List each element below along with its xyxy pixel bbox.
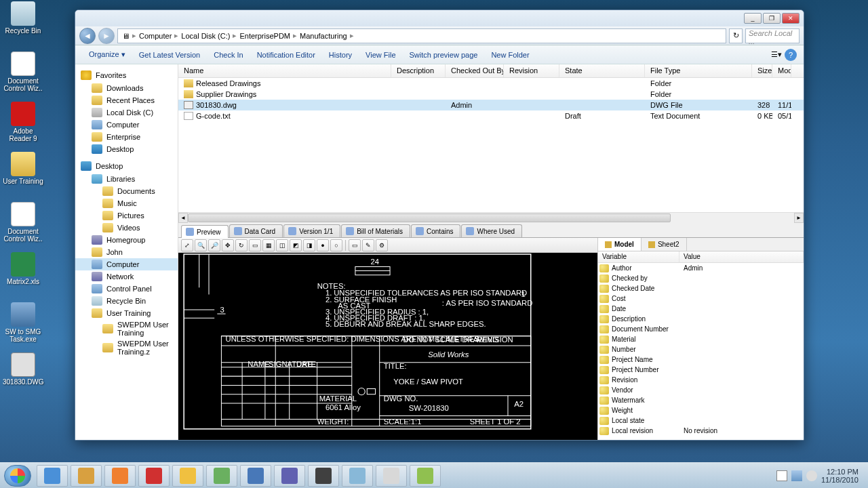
vars-col-variable[interactable]: Variable: [598, 251, 679, 262]
variable-row[interactable]: Document Number: [598, 324, 804, 334]
vars-tab-sheet2[interactable]: Sheet2: [642, 238, 687, 251]
tab-bill-of-materials[interactable]: Bill of Materials: [341, 224, 410, 237]
taskbar-app-button[interactable]: [240, 465, 271, 487]
taskbar-app-button[interactable]: [71, 465, 102, 487]
column-header[interactable]: Name: [178, 64, 391, 77]
desktop-icon-user-training[interactable]: User Training: [3, 152, 43, 192]
nav-item[interactable]: Computer: [75, 258, 178, 270]
column-header[interactable]: Size: [752, 64, 772, 77]
tray-volume-icon[interactable]: [806, 470, 817, 481]
taskbar-app-button[interactable]: [206, 465, 237, 487]
nav-item[interactable]: Music: [75, 197, 178, 209]
variable-row[interactable]: Project Name: [598, 354, 804, 365]
nav-item[interactable]: Control Panel: [75, 283, 178, 295]
dwg-tool-button[interactable]: ▭: [249, 239, 261, 251]
file-list[interactable]: NameDescriptionChecked Out ByRevisionSta…: [178, 64, 804, 212]
dwg-tool-button[interactable]: ⚙: [376, 239, 388, 251]
dwg-tool-button[interactable]: ◫: [276, 239, 288, 251]
nav-item[interactable]: Computer: [75, 119, 178, 131]
taskbar-app-button[interactable]: [308, 465, 339, 487]
variable-row[interactable]: AuthorAdmin: [598, 263, 804, 273]
nav-item[interactable]: Homegroup: [75, 234, 178, 246]
toolbar-get-latest-version[interactable]: Get Latest Version: [132, 48, 208, 62]
system-tray[interactable]: 12:10 PM 11/18/2010: [776, 468, 864, 484]
variable-row[interactable]: Project Number: [598, 365, 804, 375]
toolbar-switch-preview-page[interactable]: Switch preview page: [403, 48, 485, 62]
toolbar-check-in[interactable]: Check In: [207, 48, 250, 62]
dwg-tool-button[interactable]: ▭: [349, 239, 361, 251]
vars-tab-model[interactable]: Model: [598, 238, 642, 251]
column-header[interactable]: Checked Out By: [446, 64, 504, 77]
dwg-viewport[interactable]: 24 3 NOTES: 1.UNSPECIFIED TOLERANCES AS …: [178, 253, 597, 440]
dwg-tool-button[interactable]: 🔍: [195, 239, 207, 251]
nav-tree[interactable]: FavoritesDownloadsRecent PlacesLocal Dis…: [75, 64, 178, 440]
variable-row[interactable]: Checked by: [598, 273, 804, 283]
nav-desktop-header[interactable]: Desktop: [75, 159, 178, 173]
taskbar-app-button[interactable]: [172, 465, 203, 487]
breadcrumb-seg[interactable]: Computer: [139, 32, 172, 40]
variable-row[interactable]: Material: [598, 334, 804, 344]
nav-item[interactable]: Recycle Bin: [75, 295, 178, 307]
tab-data-card[interactable]: Data Card: [229, 224, 283, 237]
nav-item[interactable]: Downloads: [75, 82, 178, 94]
dwg-tool-button[interactable]: ✥: [222, 239, 234, 251]
desktop-icon-document-control-wiz-[interactable]: Document Control Wiz..: [3, 202, 43, 243]
toolbar-history[interactable]: History: [322, 48, 359, 62]
variable-row[interactable]: Revision: [598, 375, 804, 385]
nav-item[interactable]: Documents: [75, 185, 178, 197]
nav-favorites-header[interactable]: Favorites: [75, 68, 178, 82]
variable-row[interactable]: Watermark: [598, 395, 804, 405]
taskbar-clock[interactable]: 12:10 PM 11/18/2010: [821, 468, 859, 484]
desktop-icon-301830-dwg[interactable]: 301830.DWG: [3, 352, 43, 393]
taskbar-app-button[interactable]: [138, 465, 170, 487]
dwg-tool-button[interactable]: 🔎: [208, 239, 220, 251]
horizontal-scrollbar[interactable]: ◄ ►: [178, 212, 804, 223]
column-header[interactable]: Modi: [772, 64, 791, 77]
breadcrumb-seg[interactable]: Manufacturing: [300, 32, 347, 40]
dwg-tool-button[interactable]: ○: [330, 239, 342, 251]
variable-row[interactable]: Local state: [598, 415, 804, 426]
view-options-button[interactable]: ☰▾: [768, 48, 785, 62]
column-header[interactable]: File Type: [645, 64, 752, 77]
desktop-icon-sw-to-smg-task-exe[interactable]: SW to SMG Task.exe: [3, 302, 43, 343]
variable-row[interactable]: Description: [598, 314, 804, 324]
taskbar-app-button[interactable]: [37, 465, 68, 487]
dwg-tool-button[interactable]: ◩: [290, 239, 302, 251]
nav-item[interactable]: Recent Places: [75, 94, 178, 106]
variable-row[interactable]: Vendor: [598, 385, 804, 395]
desktop-icon-document-control-wiz-[interactable]: Document Control Wiz..: [3, 52, 43, 92]
toolbar-new-folder[interactable]: New Folder: [484, 48, 536, 62]
nav-item[interactable]: John: [75, 246, 178, 258]
scrollbar-thumb[interactable]: [188, 214, 671, 222]
breadcrumb-seg[interactable]: EnterprisePDM: [239, 32, 290, 40]
toolbar-view-file[interactable]: View File: [359, 48, 402, 62]
variable-row[interactable]: Checked Date: [598, 283, 804, 293]
taskbar-app-button[interactable]: [376, 465, 407, 487]
dwg-tool-button[interactable]: ●: [317, 239, 329, 251]
taskbar-app-button[interactable]: [104, 465, 136, 487]
forward-button[interactable]: ►: [98, 28, 115, 44]
dwg-tool-button[interactable]: ✎: [362, 239, 374, 251]
scroll-right-button[interactable]: ►: [794, 213, 804, 223]
breadcrumb[interactable]: 🖥▸Computer▸Local Disk (C:)▸EnterprisePDM…: [117, 28, 726, 43]
dwg-tool-button[interactable]: ↻: [235, 239, 248, 251]
nav-item[interactable]: SWEPDM User Training.z: [75, 338, 178, 357]
file-row[interactable]: Supplier Drawings Folder: [178, 89, 804, 100]
tray-network-icon[interactable]: [791, 470, 802, 481]
breadcrumb-seg[interactable]: Local Disk (C:): [181, 32, 230, 40]
maximize-button[interactable]: ❐: [763, 13, 781, 24]
nav-item[interactable]: Pictures: [75, 209, 178, 222]
minimize-button[interactable]: _: [744, 13, 762, 24]
back-button[interactable]: ◄: [79, 28, 96, 44]
nav-item[interactable]: Enterprise: [75, 131, 178, 143]
tab-contains[interactable]: Contains: [411, 224, 460, 237]
toolbar-notification-editor[interactable]: Notification Editor: [250, 48, 322, 62]
nav-item[interactable]: User Training: [75, 307, 178, 319]
start-button[interactable]: [4, 465, 31, 487]
scroll-left-button[interactable]: ◄: [178, 213, 188, 223]
dwg-tool-button[interactable]: ◨: [303, 239, 315, 251]
breadcrumb-computer-icon[interactable]: 🖥: [122, 32, 130, 40]
file-row[interactable]: Released Drawings Folder: [178, 78, 804, 89]
dwg-tool-button[interactable]: ⤢: [181, 239, 193, 251]
taskbar-app-button[interactable]: [274, 465, 305, 487]
